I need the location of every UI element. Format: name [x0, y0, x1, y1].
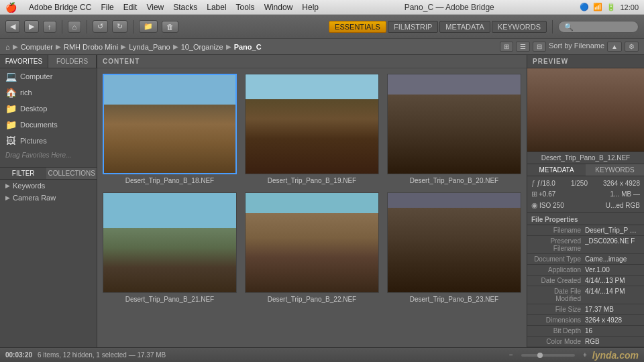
list-view-button[interactable]: ☰ [516, 42, 530, 52]
meta-key-created: Date Created [531, 277, 585, 284]
sidebar-tabs: FAVORITES FOLDERS [0, 55, 97, 68]
sidebar-label-computer: Computer [20, 72, 52, 80]
breadcrumb-organize[interactable]: 10_Organize [181, 43, 223, 51]
meta-row-doctype: Document Type Came...image [527, 254, 644, 265]
breadcrumb-sep-2: ▶ [121, 43, 126, 50]
menu-file[interactable]: File [101, 3, 113, 12]
menu-label[interactable]: Label [207, 3, 226, 12]
preview-filename: Desert_Trip_Pano_B_12.NEF [527, 152, 644, 164]
zoom-plus-icon[interactable]: + [583, 351, 587, 359]
desktop-icon: 📁 [5, 103, 16, 114]
filter-item-camera-raw[interactable]: ▶ Camera Raw [0, 192, 97, 204]
menu-help[interactable]: Help [302, 3, 319, 12]
tab-keywords[interactable]: KEYWORDS [586, 164, 644, 176]
meta-val-filesize: 17.37 MB [585, 306, 640, 313]
nav-up-button[interactable]: ↑ [43, 21, 56, 33]
workspace-metadata-button[interactable]: METADATA [439, 21, 490, 33]
home-button[interactable]: ⌂ [68, 21, 82, 33]
thumb-item-21[interactable]: Desert_Trip_Pano_B_21.NEF [103, 192, 237, 303]
sidebar-item-rich[interactable]: 🏠 rich [0, 84, 97, 101]
breadcrumb-drobo[interactable]: RMH Drobo Mini [64, 43, 118, 51]
thumb-image-21[interactable] [103, 192, 237, 293]
meta-key-dimensions: Dimensions [531, 316, 585, 324]
zoom-minus-icon[interactable]: − [509, 351, 513, 359]
sidebar-label-rich: rich [20, 88, 32, 97]
breadcrumb-home-icon[interactable]: ⌂ [5, 43, 10, 51]
breadcrumb-sep-3: ▶ [173, 43, 178, 50]
sidebar-item-documents[interactable]: 📁 Documents [0, 117, 97, 133]
thumb-image-23[interactable] [387, 192, 521, 293]
tab-filter[interactable]: FILTER [0, 168, 46, 179]
sort-order-button[interactable]: ▲ [607, 42, 622, 52]
tab-favorites[interactable]: FAVORITES [0, 55, 48, 68]
workspace-essentials-button[interactable]: ESSENTIALS [329, 21, 386, 33]
menu-view[interactable]: View [146, 3, 164, 12]
workspace-keywords-button[interactable]: KEYWORDS [492, 21, 547, 33]
meta-quick-row-1: ƒ ƒ/18.0 1/250 3264 x 4928 [531, 179, 640, 187]
left-sidebar: FAVORITES FOLDERS 💻 Computer 🏠 rich 📁 De… [0, 55, 97, 347]
more-options-button[interactable]: ⚙ [625, 42, 639, 52]
thumb-image-20[interactable] [387, 74, 521, 174]
thumb-image-19[interactable] [245, 74, 379, 174]
tab-folders[interactable]: FOLDERS [48, 55, 97, 68]
menu-edit[interactable]: Edit [123, 3, 138, 12]
filter-label-keywords: Keywords [13, 182, 45, 190]
toolbar-separator [62, 20, 62, 34]
thumb-item-22[interactable]: Desert_Trip_Pano_B_22.NEF [245, 192, 379, 303]
documents-icon: 📁 [5, 119, 16, 130]
dimensions-value: 3264 x 4928 [603, 180, 640, 187]
thumb-item-20[interactable]: Desert_Trip_Pano_B_20.NEF [387, 74, 521, 184]
computer-icon: 💻 [5, 71, 16, 82]
zoom-slider[interactable] [521, 354, 575, 357]
thumb-label-19: Desert_Trip_Pano_B_19.NEF [268, 177, 356, 184]
meta-row-modified: Date File Modified 4/14/...14 PM [527, 286, 644, 304]
menu-tools[interactable]: Tools [236, 3, 255, 12]
breadcrumb-pano-c[interactable]: Pano_C [234, 43, 262, 51]
grid-view-button[interactable]: ⊞ [500, 42, 513, 52]
new-folder-button[interactable]: 📁 [139, 20, 158, 33]
expand-camera-raw-icon: ▶ [5, 194, 10, 201]
meta-row-bitdepth: Bit Depth 16 [527, 326, 644, 337]
view-toggle: ⊞ ☰ ⊟ Sort by Filename ▲ ⚙ [500, 42, 639, 52]
meta-row-filesize: File Size 17.37 MB [527, 304, 644, 315]
delete-button[interactable]: 🗑 [162, 21, 178, 33]
meta-val-application: Ver.1.00 [585, 266, 640, 274]
workspace-filmstrip-button[interactable]: FILMSTRIP [388, 21, 438, 33]
breadcrumb-lynda-pano[interactable]: Lynda_Pano [129, 43, 170, 51]
rotate-left-button[interactable]: ↺ [93, 20, 108, 33]
filter-item-keywords[interactable]: ▶ Keywords [0, 180, 97, 192]
sidebar-item-desktop[interactable]: 📁 Desktop [0, 101, 97, 117]
exposure-value: +0.67 [539, 190, 555, 198]
menu-window[interactable]: Window [264, 3, 293, 12]
thumb-item-18[interactable]: Desert_Trip_Pano_B_18.NEF [103, 74, 237, 184]
meta-shutter: 1/250 [571, 179, 588, 187]
thumb-image-22[interactable] [245, 192, 379, 293]
tab-metadata[interactable]: METADATA [527, 164, 586, 176]
meta-row-application: Application Ver.1.00 [527, 265, 644, 276]
sidebar-label-documents: Documents [20, 121, 58, 129]
menu-bridge[interactable]: Adobe Bridge CC [29, 3, 91, 12]
sidebar-item-computer[interactable]: 💻 Computer [0, 68, 97, 84]
home-icon: 🏠 [5, 87, 16, 98]
rotate-right-button[interactable]: ↻ [112, 20, 127, 33]
nav-back-button[interactable]: ◀ [5, 20, 20, 33]
nav-forward-button[interactable]: ▶ [24, 20, 39, 33]
meta-filesize: 1... MB — [610, 190, 640, 198]
preview-image [527, 68, 644, 152]
tab-collections[interactable]: COLLECTIONS [46, 168, 97, 179]
sidebar-item-pictures[interactable]: 🖼 Pictures [0, 133, 97, 149]
aperture-value: ƒ/18.0 [537, 180, 555, 187]
menu-stacks[interactable]: Stacks [173, 3, 197, 12]
apple-menu[interactable]: 🍎 [5, 2, 17, 13]
thumb-image-18[interactable] [103, 74, 237, 174]
zoom-slider-thumb[interactable] [537, 353, 543, 358]
filter-label-camera-raw: Camera Raw [13, 194, 56, 202]
breadcrumb-computer[interactable]: Computer [21, 43, 53, 51]
thumb-item-19[interactable]: Desert_Trip_Pano_B_19.NEF [245, 74, 379, 184]
search-input[interactable] [558, 21, 639, 33]
toolbar-separator-4 [552, 20, 553, 34]
meta-quick-row-3: ◉ ISO 250 U...ed RGB [531, 201, 640, 210]
thumb-item-23[interactable]: Desert_Trip_Pano_B_23.NEF [387, 192, 521, 303]
detail-view-button[interactable]: ⊟ [533, 42, 546, 52]
content-header: CONTENT [97, 55, 527, 68]
